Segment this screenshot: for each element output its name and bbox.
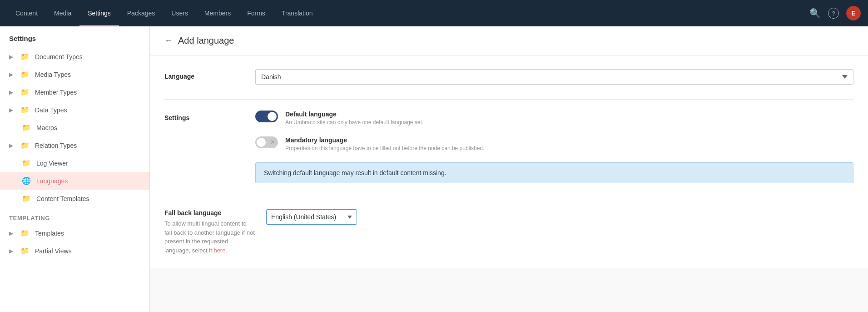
mandatory-language-title: Mandatory language [285,136,853,144]
arrow-icon: ▶ [9,107,13,113]
toggle-slider-default [255,111,278,122]
content-body: Language Danish Settings [150,55,868,268]
content-header: ← Add language [150,26,868,55]
fallback-here-link[interactable]: here [213,247,225,254]
divider [164,99,853,100]
sidebar-item-media-types[interactable]: ▶ 📁 Media Types [0,65,149,83]
divider-2 [164,198,853,198]
mandatory-language-row: ✕ Mandatory language Properties on this … [255,136,853,151]
arrow-icon: ▶ [9,248,13,254]
sidebar-label: Macros [36,124,57,131]
sidebar-label: Templates [35,230,64,237]
fallback-section: Fall back language To allow multi-lingua… [164,209,853,255]
sidebar-item-log-viewer[interactable]: 📁 Log Viewer [0,154,149,172]
page-title: Add language [178,35,234,46]
main-content: ← Add language Language Danish Settings [150,26,868,312]
user-avatar[interactable]: E [846,6,861,20]
sidebar-label: Media Types [35,71,71,78]
nav-item-media[interactable]: Media [46,0,79,26]
arrow-icon: ▶ [9,89,13,96]
nav-item-forms[interactable]: Forms [239,0,273,26]
default-language-desc: An Umbraco site can only have one defaul… [285,119,853,126]
sidebar-item-content-templates[interactable]: 📁 Content Templates [0,190,149,207]
arrow-icon: ▶ [9,142,13,149]
nav-item-settings[interactable]: Settings [79,0,119,26]
folder-icon: 📁 [20,88,30,96]
folder-icon: 📁 [20,141,30,150]
search-icon[interactable]: 🔍 [809,8,821,19]
language-control: Danish [255,69,853,85]
nav-item-translation[interactable]: Translation [273,0,321,26]
language-row: Language Danish [164,69,853,85]
info-box: Switching default language may result in… [255,162,853,183]
fallback-desc: To allow multi-lingual content to fall b… [164,219,255,255]
nav-item-members[interactable]: Members [196,0,239,26]
sidebar-item-document-types[interactable]: ▶ 📁 Document Types [0,48,149,65]
sidebar-label: Partial Views [35,247,72,255]
nav-item-packages[interactable]: Packages [119,0,163,26]
nav-right: 🔍 ? E [809,6,861,20]
settings-label: Settings [164,111,255,121]
sidebar: Settings ▶ 📁 Document Types ▶ 📁 Media Ty… [0,26,150,312]
default-language-toggle[interactable] [255,111,278,122]
default-language-info: Default language An Umbraco site can onl… [285,111,853,126]
arrow-icon: ▶ [9,54,13,60]
mandatory-language-toggle[interactable]: ✕ [255,136,278,148]
back-button[interactable]: ← [164,36,173,45]
folder-icon: 📁 [22,194,31,203]
sidebar-item-macros[interactable]: 📁 Macros [0,119,149,136]
arrow-icon: ▶ [9,71,13,78]
help-icon[interactable]: ? [828,8,839,19]
fallback-label: Fall back language [164,209,255,216]
sidebar-item-templates[interactable]: ▶ 📁 Templates [0,224,149,242]
nav-item-content[interactable]: Content [7,0,46,26]
sidebar-item-data-types[interactable]: ▶ 📁 Data Types [0,101,149,119]
folder-icon: 📁 [22,123,31,132]
fallback-language-select[interactable]: English (United States) Danish French [266,209,357,225]
nav-item-users[interactable]: Users [163,0,196,26]
fallback-desc-text: To allow multi-lingual content to fall b… [164,220,255,254]
arrow-icon: ▶ [9,230,13,237]
globe-icon: 🌐 [22,176,31,185]
sidebar-label: Log Viewer [36,160,68,167]
sidebar-item-partial-views[interactable]: ▶ 📁 Partial Views [0,242,149,260]
folder-icon: 📁 [20,247,30,255]
main-layout: Settings ▶ 📁 Document Types ▶ 📁 Media Ty… [0,26,868,312]
mandatory-language-desc: Properties on this language have to be f… [285,145,853,151]
folder-icon: 📁 [20,229,30,237]
sidebar-item-languages[interactable]: 🌐 Languages [0,172,149,190]
folder-icon: 📁 [22,159,31,167]
folder-icon: 📁 [20,106,30,114]
language-label: Language [164,69,255,80]
language-select[interactable]: Danish [255,69,853,85]
folder-icon: 📁 [20,70,30,79]
top-navigation: Content Media Settings Packages Users Me… [0,0,868,26]
sidebar-label: Relation Types [35,142,77,149]
default-language-title: Default language [285,111,853,118]
sidebar-label: Data Types [35,106,67,114]
sidebar-label: Member Types [35,89,77,96]
sidebar-item-member-types[interactable]: ▶ 📁 Member Types [0,83,149,101]
default-language-row: Default language An Umbraco site can onl… [255,111,853,126]
folder-icon: 📁 [20,52,30,61]
sidebar-label: Content Templates [36,195,89,202]
settings-row: Settings Default language An Umbraco sit… [164,111,853,183]
sidebar-item-relation-types[interactable]: ▶ 📁 Relation Types [0,136,149,154]
templating-section-label: Templating [0,207,149,224]
fallback-label-area: Fall back language To allow multi-lingua… [164,209,255,255]
toggle-slider-mandatory [255,136,278,148]
sidebar-label: Languages [36,177,68,185]
sidebar-label: Document Types [35,53,83,60]
nav-items: Content Media Settings Packages Users Me… [7,0,809,26]
sidebar-title: Settings [0,26,149,48]
settings-controls: Default language An Umbraco site can onl… [255,111,853,183]
mandatory-language-info: Mandatory language Properties on this la… [285,136,853,151]
